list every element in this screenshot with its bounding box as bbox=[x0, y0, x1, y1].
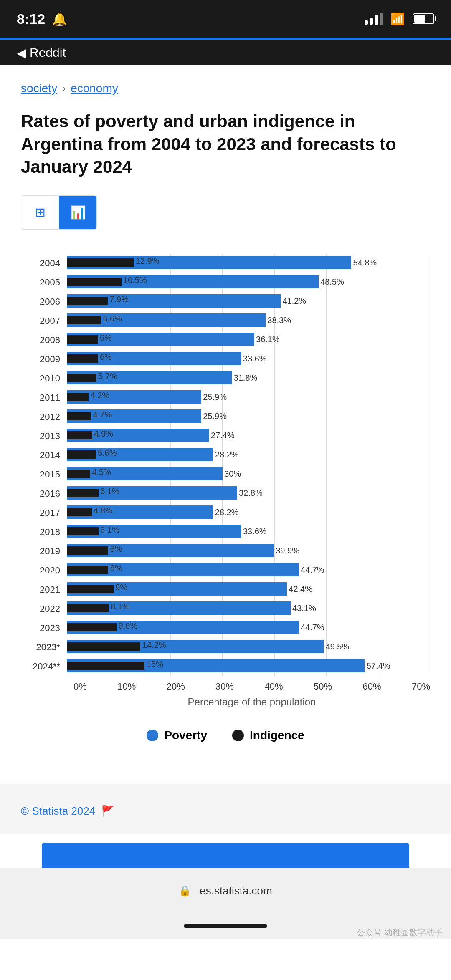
breadcrumb-society[interactable]: society bbox=[21, 82, 57, 95]
poverty-bar bbox=[67, 467, 223, 480]
legend-poverty: Poverty bbox=[147, 729, 207, 742]
indigence-bar bbox=[67, 354, 98, 363]
poverty-value-label: 42.4% bbox=[289, 584, 312, 594]
indigence-value-label: 4.5% bbox=[92, 467, 111, 477]
y-label: 2004 bbox=[21, 254, 60, 273]
indigence-value-label: 9% bbox=[115, 583, 127, 592]
poverty-value-label: 44.7% bbox=[301, 565, 324, 575]
x-axis-title: Percentage of the population bbox=[21, 696, 430, 708]
page-title: Rates of poverty and urban indigence in … bbox=[21, 110, 430, 179]
indigence-bar bbox=[67, 470, 90, 478]
poverty-value-label: 30% bbox=[224, 469, 241, 479]
indigence-value-label: 4.2% bbox=[91, 391, 110, 400]
status-right: 📶 bbox=[365, 12, 434, 26]
bottom-blue-bar bbox=[42, 843, 409, 868]
indigence-value-label: 14.2% bbox=[142, 640, 166, 650]
reddit-back-label[interactable]: Reddit bbox=[30, 45, 66, 60]
poverty-value-label: 43.1% bbox=[292, 604, 316, 613]
poverty-value-label: 57.4% bbox=[367, 661, 390, 671]
y-label: 2008 bbox=[21, 331, 60, 350]
main-content: society › economy Rates of poverty and u… bbox=[0, 65, 451, 767]
indigence-bar bbox=[67, 374, 96, 382]
bar-row: 54.8%12.9% bbox=[67, 254, 430, 271]
battery-icon bbox=[413, 13, 434, 24]
indigence-bar bbox=[67, 546, 108, 555]
y-label: 2023* bbox=[21, 638, 60, 657]
bar-row: 28.2%5.6% bbox=[67, 446, 430, 463]
status-left: 8:12 🔔 bbox=[17, 11, 67, 27]
bar-row: 43.1%8.1% bbox=[67, 599, 430, 617]
bar-rows: 54.8%12.9%48.5%10.5%41.2%7.9%38.3%6.6%36… bbox=[67, 254, 430, 674]
poverty-value-label: 41.2% bbox=[282, 296, 306, 306]
footer: © Statista 2024 🚩 bbox=[0, 784, 451, 834]
y-label: 2009 bbox=[21, 350, 60, 369]
flag-icon: 🚩 bbox=[101, 805, 114, 818]
y-label: 2021 bbox=[21, 580, 60, 599]
bar-row: 42.4%9% bbox=[67, 580, 430, 598]
bars-container: 54.8%12.9%48.5%10.5%41.2%7.9%38.3%6.6%36… bbox=[67, 254, 430, 676]
bar-row: 38.3%6.6% bbox=[67, 311, 430, 329]
chart-wrapper: 2004200520062007200820092010201120122013… bbox=[21, 250, 430, 712]
indigence-bar bbox=[67, 450, 96, 459]
legend-indigence: Indigence bbox=[232, 729, 304, 742]
indigence-bar bbox=[67, 585, 114, 593]
indigence-value-label: 8% bbox=[110, 563, 122, 573]
poverty-value-label: 48.5% bbox=[320, 277, 344, 287]
indigence-bar bbox=[67, 508, 92, 516]
poverty-value-label: 54.8% bbox=[353, 258, 377, 268]
y-label: 2023 bbox=[21, 619, 60, 638]
signal-icon bbox=[365, 13, 383, 25]
indigence-value-label: 12.9% bbox=[136, 256, 160, 266]
bar-chart-button[interactable]: 📊 bbox=[59, 196, 96, 229]
poverty-value-label: 38.3% bbox=[267, 316, 291, 325]
indigence-bar bbox=[67, 662, 144, 670]
breadcrumb-economy[interactable]: economy bbox=[71, 82, 118, 95]
indigence-dot bbox=[232, 730, 244, 741]
indigence-value-label: 5.6% bbox=[98, 448, 117, 458]
breadcrumb-separator: › bbox=[62, 83, 66, 94]
chart-legend: Poverty Indigence bbox=[21, 729, 430, 742]
bar-row: 49.5%14.2% bbox=[67, 638, 430, 655]
grid-view-button[interactable]: ⊞ bbox=[21, 196, 59, 229]
indigence-bar bbox=[67, 642, 140, 651]
status-bar: 8:12 🔔 📶 bbox=[0, 0, 451, 38]
poverty-value-label: 36.1% bbox=[256, 335, 280, 344]
status-time: 8:12 bbox=[17, 11, 45, 27]
y-label: 2022 bbox=[21, 599, 60, 619]
bell-icon: 🔔 bbox=[52, 12, 67, 26]
chart-type-toggle: ⊞ 📊 bbox=[21, 195, 97, 230]
bar-row: 57.4%15% bbox=[67, 657, 430, 674]
indigence-value-label: 8% bbox=[110, 544, 122, 554]
breadcrumb: society › economy bbox=[21, 82, 430, 95]
bar-row: 25.9%4.2% bbox=[67, 388, 430, 406]
back-arrow-icon: ◀ bbox=[17, 45, 26, 60]
poverty-dot bbox=[147, 730, 158, 741]
bar-row: 39.9%8% bbox=[67, 542, 430, 559]
indigence-value-label: 6% bbox=[100, 333, 112, 343]
indigence-bar bbox=[67, 278, 122, 286]
bottom-nav: 🔒 es.statista.com bbox=[0, 868, 451, 914]
poverty-value-label: 39.9% bbox=[276, 546, 299, 556]
reddit-back-nav[interactable]: ◀ Reddit bbox=[0, 40, 451, 65]
bar-row: 36.1%6% bbox=[67, 331, 430, 348]
y-label: 2016 bbox=[21, 484, 60, 503]
indigence-value-label: 8.1% bbox=[111, 602, 130, 611]
poverty-value-label: 25.9% bbox=[203, 392, 227, 402]
x-axis-label: 70% bbox=[412, 681, 430, 692]
poverty-value-label: 28.2% bbox=[215, 508, 239, 517]
bar-row: 30%4.5% bbox=[67, 465, 430, 482]
y-label: 2012 bbox=[21, 407, 60, 427]
y-label: 2010 bbox=[21, 369, 60, 388]
poverty-value-label: 44.7% bbox=[301, 623, 324, 632]
x-axis-label: 30% bbox=[215, 681, 234, 692]
bar-row: 33.6%6% bbox=[67, 350, 430, 367]
url-display: es.statista.com bbox=[200, 884, 272, 897]
y-label: 2018 bbox=[21, 523, 60, 542]
bar-row: 27.4%4.9% bbox=[67, 427, 430, 444]
bar-row: 33.6%6.1% bbox=[67, 523, 430, 540]
lock-icon: 🔒 bbox=[179, 885, 191, 897]
x-axis-label: 0% bbox=[73, 681, 87, 692]
bar-chart-icon: 📊 bbox=[70, 205, 86, 220]
indigence-bar bbox=[67, 412, 91, 420]
y-label: 2011 bbox=[21, 388, 60, 407]
